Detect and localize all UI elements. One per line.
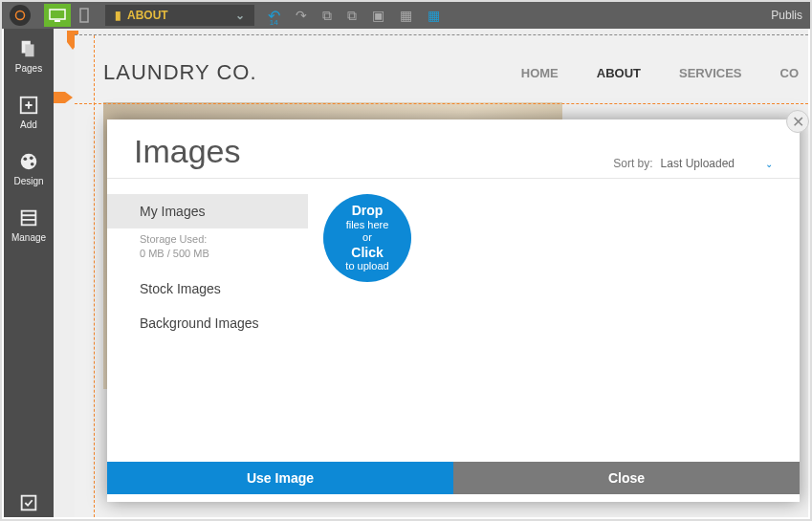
page-dropdown[interactable]: ▮ ABOUT ⌄ — [105, 5, 254, 26]
sidebar-item-bottom[interactable] — [18, 492, 39, 517]
sort-dropdown[interactable]: Last Uploaded ⌄ — [661, 157, 773, 170]
svg-point-9 — [30, 157, 33, 161]
nav-more[interactable]: CO — [780, 66, 800, 80]
close-icon[interactable]: ✕ — [786, 110, 809, 133]
chevron-down-icon: ⌄ — [235, 9, 245, 22]
left-sidebar: Pages Add Design Manage — [4, 29, 54, 517]
svg-rect-2 — [55, 20, 60, 22]
images-modal: ✕ Images Sort by: Last Uploaded ⌄ My Ima… — [107, 119, 800, 502]
svg-rect-5 — [25, 44, 33, 56]
chevron-down-icon: ⌄ — [765, 159, 773, 169]
copy-button[interactable]: ⧉ — [322, 8, 332, 24]
svg-rect-12 — [22, 496, 36, 510]
modal-main: Drop files here or Click to upload — [308, 179, 800, 462]
paste-button[interactable]: ⧉ — [347, 8, 357, 24]
app-logo[interactable] — [10, 5, 31, 26]
modal-footer: Use Image Close — [107, 462, 800, 494]
nav-home[interactable]: HOME — [521, 66, 559, 80]
modal-sidebar: My Images Storage Used: 0 MB / 500 MB St… — [107, 179, 308, 462]
ruler-handle-horizontal[interactable] — [54, 92, 75, 107]
drop-line2: files here — [346, 219, 389, 231]
top-toolbar: ▮ ABOUT ⌄ ↶14 ↷ ⧉ ⧉ ▣ ▦ ▦ Publis — [2, 2, 810, 29]
site-header: LAUNDRY CO. HOME ABOUT SERVICES CO — [75, 35, 808, 102]
sidebar-item-label: Pages — [15, 63, 42, 74]
sidebar-item-add[interactable]: Add — [18, 95, 39, 130]
page-dropdown-label: ABOUT — [127, 9, 168, 22]
site-nav: HOME ABOUT SERVICES CO — [521, 66, 799, 80]
sidebar-item-design[interactable]: Design — [13, 151, 43, 186]
nav-services[interactable]: SERVICES — [679, 66, 742, 80]
guide-horizontal — [75, 103, 808, 104]
guide-vertical — [94, 35, 95, 517]
sort-control: Sort by: Last Uploaded ⌄ — [613, 157, 773, 170]
svg-rect-11 — [22, 211, 36, 226]
nav-about[interactable]: ABOUT — [597, 66, 641, 80]
mobile-view-button[interactable] — [71, 4, 98, 27]
sidebar-item-pages[interactable]: Pages — [15, 38, 42, 74]
drop-line3: or — [362, 231, 372, 244]
sort-label: Sort by: — [613, 157, 652, 170]
svg-rect-3 — [80, 9, 88, 22]
tab-background-images[interactable]: Background Images — [107, 306, 308, 340]
storage-value: 0 MB / 500 MB — [140, 247, 275, 261]
svg-point-0 — [16, 11, 25, 20]
svg-point-7 — [21, 154, 37, 170]
modal-header: Images Sort by: Last Uploaded ⌄ — [107, 119, 800, 179]
sidebar-item-label: Design — [13, 176, 43, 186]
layout-button[interactable]: ▦ — [428, 8, 440, 23]
redo-button[interactable]: ↷ — [296, 8, 307, 23]
modal-title: Images — [134, 133, 241, 170]
site-title[interactable]: LAUNDRY CO. — [103, 60, 257, 85]
storage-label: Storage Used: — [140, 232, 275, 247]
upload-dropzone[interactable]: Drop files here or Click to upload — [323, 194, 411, 282]
tab-stock-images[interactable]: Stock Images — [107, 271, 308, 306]
drop-line5: to upload — [345, 260, 388, 272]
svg-point-10 — [31, 163, 34, 166]
use-image-button[interactable]: Use Image — [107, 462, 453, 494]
tab-my-images[interactable]: My Images — [107, 194, 308, 228]
sidebar-item-label: Manage — [11, 232, 46, 243]
sidebar-item-label: Add — [20, 119, 37, 130]
toolbar-actions: ↶14 ↷ ⧉ ⧉ ▣ ▦ ▦ — [268, 7, 440, 25]
undo-button[interactable]: ↶14 — [268, 7, 280, 25]
drop-line4: Click — [351, 245, 383, 261]
publish-button[interactable]: Publis — [771, 9, 802, 22]
desktop-view-button[interactable] — [44, 4, 71, 27]
tool-button[interactable]: ▣ — [372, 8, 384, 23]
svg-rect-1 — [50, 10, 65, 19]
drop-line1: Drop — [352, 203, 384, 219]
grid-button[interactable]: ▦ — [400, 8, 412, 23]
device-switcher — [44, 4, 98, 27]
storage-info: Storage Used: 0 MB / 500 MB — [107, 228, 308, 271]
modal-body: My Images Storage Used: 0 MB / 500 MB St… — [107, 179, 800, 462]
close-button[interactable]: Close — [453, 462, 800, 494]
sidebar-item-manage[interactable]: Manage — [11, 207, 46, 243]
sort-value: Last Uploaded — [661, 157, 735, 170]
svg-point-8 — [23, 157, 27, 161]
